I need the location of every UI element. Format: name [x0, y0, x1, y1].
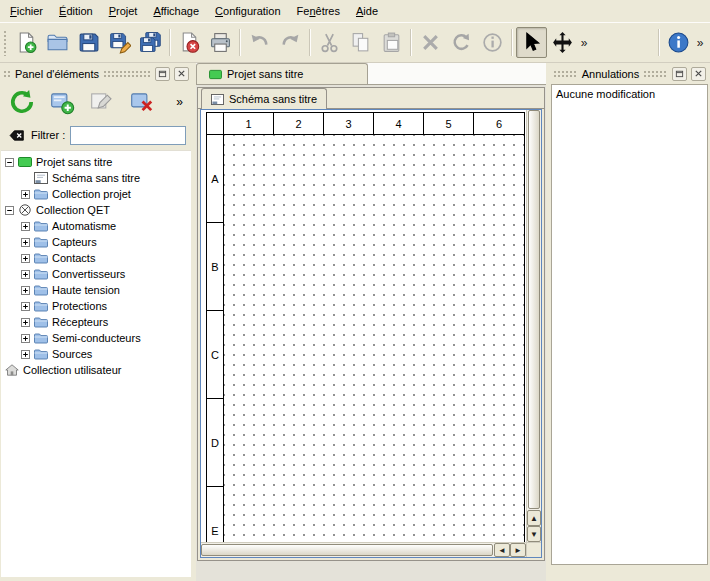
edit-element-icon: [89, 89, 115, 115]
collapse-expander-icon[interactable]: [5, 158, 14, 167]
horizontal-scrollbar[interactable]: ◄ ►: [201, 542, 526, 557]
menu-affichage[interactable]: Affichage: [145, 0, 207, 22]
tree-item-projet-sans-titre[interactable]: Projet sans titre: [1, 154, 191, 170]
menu-fenetres[interactable]: Fenêtres: [289, 0, 348, 22]
pan-mode-button[interactable]: [547, 27, 578, 58]
column-header: 2: [274, 113, 324, 134]
menu-configuration[interactable]: Configuration: [207, 0, 288, 22]
scroll-up-button[interactable]: ▲: [527, 510, 541, 526]
diagram-grid[interactable]: [224, 135, 524, 542]
menu-fichier[interactable]: Fichier: [2, 0, 51, 22]
tree-item-recepteurs[interactable]: Récepteurs: [1, 314, 191, 330]
delete-element-button[interactable]: [127, 87, 157, 117]
copy-icon: [349, 31, 372, 54]
tree-item-automatisme[interactable]: Automatisme: [1, 218, 191, 234]
menu-edition[interactable]: Édition: [51, 0, 101, 22]
tree-item-collection-projet[interactable]: Collection projet: [1, 186, 191, 202]
clear-filter-button[interactable]: [6, 125, 26, 145]
print-icon: [209, 31, 232, 54]
tree-item-convertisseurs[interactable]: Convertisseurs: [1, 266, 191, 282]
close-file-button[interactable]: [174, 27, 205, 58]
expand-expander-icon[interactable]: [21, 238, 30, 247]
filter-input[interactable]: [70, 126, 186, 145]
undo-empty-message: Aucune modification: [556, 88, 703, 100]
reload-collections-button[interactable]: [7, 87, 37, 117]
vertical-scrollbar[interactable]: ▲ ▼: [526, 110, 541, 542]
collapse-expander-icon[interactable]: [5, 206, 14, 215]
float-panel-button[interactable]: [155, 67, 170, 81]
elements-panel-header: Panel d'éléments: [3, 66, 189, 81]
scroll-right-button[interactable]: ►: [510, 543, 526, 557]
tree-item-schema-sans-titre[interactable]: Schéma sans titre: [1, 170, 191, 186]
about-toolbar-overflow-button[interactable]: »: [694, 36, 706, 50]
about-button[interactable]: [663, 27, 694, 58]
menu-aide[interactable]: Aide: [348, 0, 386, 22]
dock-grip[interactable]: [3, 70, 11, 77]
row-header: D: [207, 399, 223, 487]
expand-expander-icon[interactable]: [21, 222, 30, 231]
toolbar-overflow-button[interactable]: »: [578, 36, 590, 50]
expand-expander-icon[interactable]: [21, 334, 30, 343]
project-icon: [209, 69, 222, 80]
open-file-button[interactable]: [42, 27, 73, 58]
copy-button[interactable]: [345, 27, 376, 58]
redo-button[interactable]: [275, 27, 306, 58]
new-element-icon: [49, 89, 75, 115]
menubar: Fichier Édition Projet Affichage Configu…: [0, 0, 710, 22]
toolbar-separator: [239, 29, 241, 56]
rotate-button[interactable]: [446, 27, 477, 58]
expand-expander-icon[interactable]: [21, 302, 30, 311]
new-file-button[interactable]: [11, 27, 42, 58]
tab-diagram[interactable]: Schéma sans titre: [201, 88, 327, 109]
tree-item-haute-tension[interactable]: Haute tension: [1, 282, 191, 298]
undo-button[interactable]: [244, 27, 275, 58]
horizontal-scrollbar-thumb[interactable]: [201, 544, 493, 556]
expand-expander-icon[interactable]: [21, 318, 30, 327]
save-as-button[interactable]: [104, 27, 135, 58]
expand-expander-icon[interactable]: [21, 270, 30, 279]
paper-body: A B C D E: [207, 135, 524, 542]
panel-toolbar-overflow-button[interactable]: »: [176, 95, 183, 109]
folder-icon: [34, 188, 48, 200]
float-panel-button[interactable]: [672, 67, 687, 81]
close-panel-button[interactable]: [691, 67, 706, 81]
dock-grip[interactable]: [643, 70, 668, 77]
expand-expander-icon[interactable]: [21, 190, 30, 199]
dock-grip[interactable]: [553, 70, 578, 77]
delete-button[interactable]: [415, 27, 446, 58]
close-panel-button[interactable]: [174, 67, 189, 81]
tree-item-semi-conducteurs[interactable]: Semi-conducteurs: [1, 330, 191, 346]
scroll-left-button[interactable]: ◄: [494, 543, 510, 557]
tab-project[interactable]: Projet sans titre: [196, 63, 368, 84]
select-mode-button[interactable]: [516, 27, 547, 58]
dock-grip[interactable]: [103, 70, 151, 77]
tree-item-contacts[interactable]: Contacts: [1, 250, 191, 266]
column-headers: 1 2 3 4 5 6: [207, 113, 524, 135]
diagram-canvas[interactable]: 1 2 3 4 5 6 A B: [201, 110, 526, 542]
element-infos-button[interactable]: [477, 27, 508, 58]
expand-expander-icon[interactable]: [21, 254, 30, 263]
project-tabbar: Projet sans titre: [196, 63, 546, 85]
expand-expander-icon[interactable]: [21, 286, 30, 295]
diagram-paper: 1 2 3 4 5 6 A B: [206, 112, 525, 542]
tree-item-sources[interactable]: Sources: [1, 346, 191, 362]
print-button[interactable]: [205, 27, 236, 58]
row-header: B: [207, 223, 223, 311]
expand-expander-icon[interactable]: [21, 350, 30, 359]
save-all-button[interactable]: [135, 27, 166, 58]
toolbar-grip[interactable]: [3, 30, 7, 56]
tree-item-collection-utilisateur[interactable]: Collection utilisateur: [1, 362, 191, 378]
edit-element-button[interactable]: [87, 87, 117, 117]
vertical-scrollbar-thumb[interactable]: [528, 110, 540, 509]
new-element-button[interactable]: [47, 87, 77, 117]
undo-history-list[interactable]: Aucune modification: [551, 84, 708, 565]
cut-button[interactable]: [314, 27, 345, 58]
scroll-down-button[interactable]: ▼: [527, 526, 541, 542]
tree-item-capteurs[interactable]: Capteurs: [1, 234, 191, 250]
project-window: Schéma sans titre 1 2 3 4: [197, 87, 545, 561]
tree-item-protections[interactable]: Protections: [1, 298, 191, 314]
menu-projet[interactable]: Projet: [101, 0, 146, 22]
tree-item-collection-qet[interactable]: Collection QET: [1, 202, 191, 218]
save-button[interactable]: [73, 27, 104, 58]
paste-button[interactable]: [376, 27, 407, 58]
